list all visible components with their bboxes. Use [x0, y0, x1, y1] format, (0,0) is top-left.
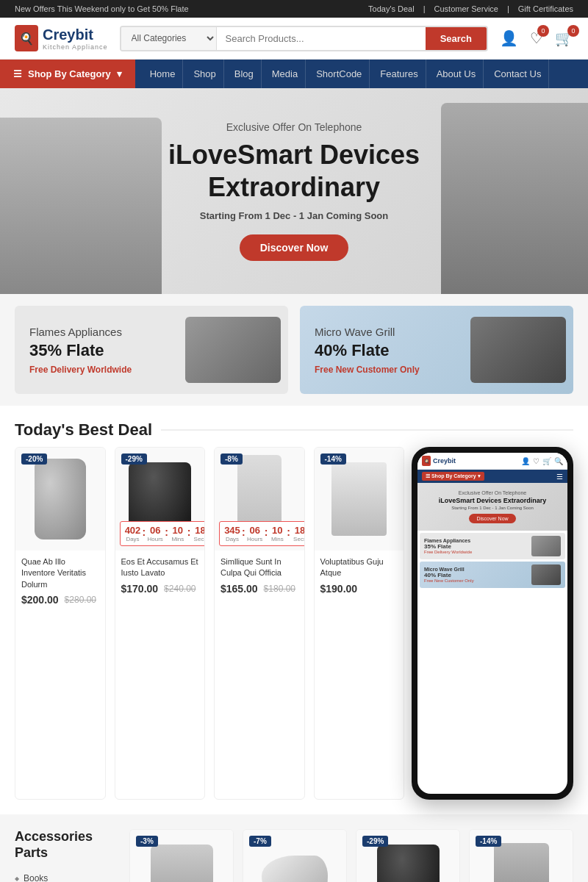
hero-subtitle: Exclusive Offer On Telephone [168, 121, 420, 133]
todays-deal-title: Today's Best Deal [15, 420, 152, 440]
product-card: -7% Enim Ad Minima Veniam Venis Lucas $1… [243, 829, 347, 882]
shop-by-category-button[interactable]: ☰ Shop By Category ▾ [0, 60, 135, 88]
price-new: $190.00 [320, 583, 358, 595]
phone-screen: 🍳 Creybit 👤 ♡ 🛒 🔍 ☰ [417, 453, 567, 794]
promo-card-flames: Flames Appliances 35% Flate Free Deliver… [15, 306, 288, 394]
phone-cart-icon: 🛒 [542, 457, 551, 465]
product-price: $170.00 $240.00 [121, 583, 199, 595]
phone-frame: 🍳 Creybit 👤 ♡ 🛒 🔍 ☰ [412, 447, 573, 800]
discover-now-button[interactable]: Discover Now [240, 234, 349, 261]
discount-badge: -8% [220, 453, 243, 465]
nav-media[interactable]: Media [265, 60, 306, 88]
gift-certificates-link[interactable]: Gift Certificates [518, 4, 573, 13]
price-new: $170.00 [121, 583, 159, 595]
cart-badge: 0 [567, 25, 579, 37]
countdown-timer: 402 Days : 06 Hours : 10 Mins [120, 521, 206, 546]
accessories-title: AccessoriesParts [15, 829, 118, 861]
products-area: -20% Quae Ab Illo Inventore Veritatis Do… [0, 447, 588, 814]
hamburger-icon: ☰ [13, 68, 22, 79]
countdown-secs: 18 Secs [292, 525, 304, 542]
product-card: -14% Et Harum Quidem Rerum Facilis Culpa… [469, 829, 573, 882]
product-info: Simllique Sunt In Culpa Qui Officia $165… [215, 551, 304, 600]
hero-date: Starting From 1 Dec - 1 Jan Coming Soon [168, 210, 420, 221]
list-item[interactable]: Books [15, 870, 118, 882]
products-grid: -20% Quae Ab Illo Inventore Veritatis Do… [15, 447, 404, 800]
promo-section: Flames Appliances 35% Flate Free Deliver… [0, 294, 588, 406]
phone-hamburger-icon: ☰ [426, 473, 430, 478]
nav-features[interactable]: Features [373, 60, 426, 88]
promo-card-microwave: Micro Wave Grill 40% Flate Free New Cust… [300, 306, 573, 394]
product-name: Simllique Sunt In Culpa Qui Officia [220, 556, 298, 579]
discount-badge: -7% [249, 836, 271, 847]
product-info: Eos Et Accusamus Et Iusto Lavato $170.00… [115, 551, 205, 600]
top-bar-offer: New Offers This Weekend only to Get 50% … [15, 4, 189, 13]
customer-service-link[interactable]: Customer Service [434, 4, 498, 13]
price-new: $200.00 [21, 594, 59, 606]
phone-hero-subtitle: Exclusive Offer On Telephone [425, 490, 560, 495]
phone-discover-btn[interactable]: Discover Now [469, 514, 515, 523]
product-image-wrap: -8% 345 Days : 06 Hours : [215, 448, 304, 551]
mobile-mockup: 🍳 Creybit 👤 ♡ 🛒 🔍 ☰ [412, 447, 573, 800]
header-icons: 👤 ♡ 0 🛒 0 [500, 29, 573, 47]
chevron-down-icon: ▾ [117, 68, 122, 79]
hero-left-appliances [0, 118, 162, 294]
phone-hero: Exclusive Offer On Telephone iLoveSmart … [417, 483, 567, 531]
brand-name: Creybit [43, 26, 108, 43]
nav-shop[interactable]: Shop [186, 60, 223, 88]
todays-deal-header: Today's Best Deal [0, 406, 588, 447]
phone-search-icon: 🔍 [554, 457, 563, 465]
phone-promo-microwave: Micro Wave Grill 40% Flate Free New Cust… [420, 562, 565, 588]
product-card: -29% 402 Days : 06 Hours : [115, 447, 206, 800]
countdown-hours: 06 Hours [147, 525, 163, 542]
product-price: $165.00 $180.00 [220, 583, 298, 595]
product-image [377, 845, 440, 882]
nav-contactus[interactable]: Contact Us [487, 60, 549, 88]
phone-hero-date: Starting From 1 Dec - 1 Jan Coming Soon [425, 506, 560, 510]
nav-blog[interactable]: Blog [227, 60, 262, 88]
nav-aboutus[interactable]: About Us [429, 60, 484, 88]
countdown-hours: 06 Hours [247, 525, 263, 542]
price-old: $280.00 [65, 595, 96, 605]
product-card: -14% Voluptatibus Guju Atque $190.00 [314, 447, 405, 800]
product-image-wrap: -14% [315, 448, 404, 551]
logo[interactable]: 🍳 Creybit Kitchen Appliance [15, 25, 108, 51]
accessories-sidebar: AccessoriesParts Books Children Computer… [15, 829, 118, 882]
phone-promos: Flames Appliances 35% Flate Free Deliver… [417, 531, 567, 590]
product-image-wrap: -29% 402 Days : 06 Hours : [115, 448, 205, 551]
price-new: $165.00 [220, 583, 258, 595]
product-card: -20% Quae Ab Illo Inventore Veritatis Do… [15, 447, 106, 800]
countdown-timer: 345 Days : 06 Hours : 10 Mins [219, 521, 305, 546]
brand-sub: Kitchen Appliance [43, 43, 108, 51]
phone-nav-menu-icon: ☰ [556, 473, 563, 481]
discount-badge: -14% [320, 453, 346, 465]
nav-shortcode[interactable]: ShortCode [309, 60, 370, 88]
logo-text: Creybit Kitchen Appliance [43, 26, 108, 51]
wishlist-button[interactable]: ♡ 0 [530, 29, 543, 47]
user-icon-button[interactable]: 👤 [500, 29, 518, 47]
product-image-wrap: -7% [243, 830, 346, 882]
price-old: $180.00 [264, 584, 295, 594]
countdown-mins: 10 Mins [170, 525, 186, 542]
product-image-wrap: -29% 402 Days : 06 Hours : 10 Mins [356, 830, 459, 882]
product-image [151, 845, 213, 882]
product-image [35, 459, 86, 539]
phone-hero-title: iLoveSmart Devices Extraordinary [425, 497, 560, 506]
phone-chevron-icon: ▾ [478, 473, 481, 478]
product-price: $200.00 $280.00 [21, 594, 99, 606]
product-card: -3% Commodo Consequat Euis Aute Dolurm $… [129, 829, 234, 882]
nav-home[interactable]: Home [143, 60, 184, 88]
product-image-wrap: -3% [130, 830, 233, 882]
search-button[interactable]: Search [426, 27, 487, 50]
product-card: -29% 402 Days : 06 Hours : 10 Mins [356, 829, 460, 882]
discount-badge: -20% [21, 453, 47, 465]
product-name: Eos Et Accusamus Et Iusto Lavato [121, 556, 199, 579]
cart-button[interactable]: 🛒 0 [555, 29, 573, 47]
promo-microwave-image [470, 317, 566, 383]
todays-deal-link[interactable]: Today's Deal [368, 4, 415, 13]
search-input[interactable] [217, 27, 426, 50]
search-category-select[interactable]: All Categories [121, 27, 217, 50]
hero-title: iLoveSmart DevicesExtraordinary [168, 139, 420, 202]
product-image-wrap: -20% [15, 448, 105, 551]
product-image [331, 462, 387, 536]
discount-badge: -14% [476, 836, 501, 847]
